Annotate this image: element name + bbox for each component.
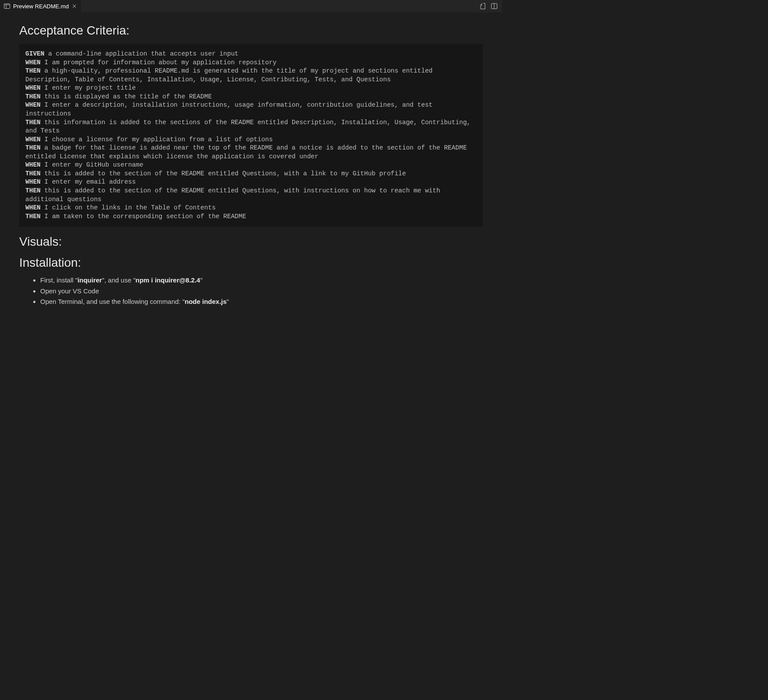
list-item: Open your VS Code: [40, 287, 483, 296]
criteria-keyword: THEN: [25, 119, 41, 126]
criteria-keyword: THEN: [25, 187, 41, 194]
list-item-text: Open Terminal, and use the following com…: [40, 298, 185, 305]
criteria-keyword: THEN: [25, 170, 41, 177]
criteria-keyword: WHEN: [25, 178, 41, 185]
criteria-text: I choose a license for my application fr…: [41, 136, 273, 143]
criteria-keyword: THEN: [25, 67, 41, 74]
criteria-keyword: WHEN: [25, 136, 41, 143]
heading-acceptance-criteria: Acceptance Criteria:: [19, 24, 483, 38]
criteria-text: I am prompted for information about my a…: [41, 59, 277, 66]
criteria-text: I enter my project title: [41, 84, 136, 91]
tab-group: Preview README.md: [0, 0, 81, 12]
preview-icon: [3, 3, 10, 10]
criteria-text: I click on the links in the Table of Con…: [41, 204, 216, 211]
criteria-keyword: THEN: [25, 93, 41, 100]
tab-preview-readme[interactable]: Preview README.md: [0, 0, 81, 12]
preview-content: Acceptance Criteria: GIVEN a command-lin…: [0, 12, 502, 317]
list-item-bold: node index.js: [185, 298, 227, 305]
list-item: Open Terminal, and use the following com…: [40, 297, 483, 306]
criteria-keyword: THEN: [25, 144, 41, 151]
criteria-text: I enter a description, installation inst…: [25, 101, 436, 117]
criteria-text: this is displayed as the title of the RE…: [41, 93, 212, 100]
criteria-text: a command-line application that accepts …: [45, 50, 239, 57]
list-item-bold: inquirer: [77, 276, 102, 284]
criteria-keyword: WHEN: [25, 59, 41, 66]
criteria-text: I enter my GitHub username: [41, 161, 143, 168]
criteria-keyword: WHEN: [25, 204, 41, 211]
editor-actions: [479, 3, 502, 10]
installation-list: First, install "inquirer", and use "npm …: [19, 276, 483, 306]
criteria-keyword: WHEN: [25, 101, 41, 108]
tab-bar: Preview README.md: [0, 0, 502, 12]
criteria-text: this is added to the section of the READ…: [25, 187, 444, 203]
close-icon[interactable]: [71, 3, 77, 9]
criteria-text: this is added to the section of the READ…: [41, 170, 406, 177]
svg-rect-0: [4, 4, 10, 9]
tab-title: Preview README.md: [13, 3, 69, 10]
criteria-text: I am taken to the corresponding section …: [41, 213, 246, 220]
list-item-bold: npm i inquirer@8.2.4: [136, 276, 200, 284]
criteria-keyword: GIVEN: [25, 50, 45, 57]
list-item-text: ": [227, 298, 229, 305]
criteria-keyword: WHEN: [25, 84, 41, 91]
list-item-text: ": [200, 276, 202, 284]
list-item-text: Open your VS Code: [40, 287, 99, 295]
criteria-text: a high-quality, professional README.md i…: [25, 67, 436, 83]
criteria-text: I enter my email address: [41, 178, 136, 185]
heading-installation: Installation:: [19, 256, 483, 270]
acceptance-criteria-code-block: GIVEN a command-line application that ac…: [19, 44, 483, 227]
heading-visuals: Visuals:: [19, 235, 483, 249]
criteria-text: a badge for that license is added near t…: [25, 144, 471, 160]
split-editor-icon[interactable]: [491, 3, 498, 10]
criteria-text: this information is added to the section…: [25, 119, 475, 135]
list-item-text: ", and use ": [102, 276, 136, 284]
criteria-keyword: THEN: [25, 213, 41, 220]
criteria-keyword: WHEN: [25, 161, 41, 168]
list-item: First, install "inquirer", and use "npm …: [40, 276, 483, 285]
show-source-icon[interactable]: [479, 3, 486, 10]
list-item-text: First, install ": [40, 276, 77, 284]
